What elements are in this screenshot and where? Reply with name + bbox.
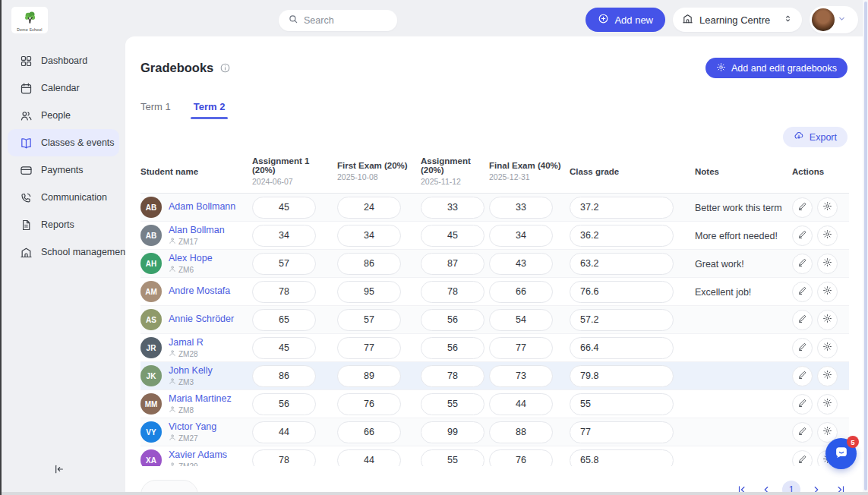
edit-row-button[interactable] [792,254,813,274]
grade-input[interactable] [252,393,316,415]
student-name-link[interactable]: Alex Hope [169,253,213,265]
edit-row-button[interactable] [792,394,813,415]
edit-row-button[interactable] [792,422,813,443]
footer-button-partial[interactable] [140,480,198,492]
class-grade-input[interactable] [570,281,674,303]
grade-input[interactable] [337,225,401,247]
row-settings-button[interactable] [817,225,838,246]
grade-input[interactable] [489,197,553,219]
row-settings-button[interactable] [817,366,838,386]
chat-widget-button[interactable]: 5 [825,438,857,469]
tab-term-1[interactable]: Term 1 [140,101,171,119]
grade-input[interactable] [337,393,401,415]
grade-input[interactable] [421,197,485,219]
collapse-sidebar-button[interactable] [49,463,68,478]
grade-input[interactable] [337,309,401,331]
org-selector[interactable]: Learning Centre [673,8,802,32]
class-grade-input[interactable] [570,197,674,219]
grade-input[interactable] [252,225,316,247]
student-name-link[interactable]: Alan Bollman [169,225,225,237]
grade-input[interactable] [252,365,316,387]
edit-row-button[interactable] [792,225,813,246]
grade-input[interactable] [252,253,316,275]
row-settings-button[interactable] [817,197,838,218]
sidebar-item-people[interactable]: People [8,102,119,129]
row-settings-button[interactable] [817,310,838,330]
user-menu[interactable] [810,6,858,33]
grade-input[interactable] [489,281,553,303]
previous-page-button[interactable] [758,481,775,492]
info-icon[interactable] [219,62,231,74]
next-page-button[interactable] [808,481,825,492]
sidebar-item-calendar[interactable]: Calendar [8,74,119,102]
sidebar-item-school-management[interactable]: School management [8,238,119,266]
global-search[interactable] [279,10,397,31]
grade-input[interactable] [337,281,401,303]
student-name-link[interactable]: Annie Schröder [169,314,234,326]
sidebar-item-reports[interactable]: Reports [8,211,119,238]
grade-input[interactable] [252,281,316,303]
scrollbar-thumb[interactable] [864,2,867,490]
add-edit-gradebooks-button[interactable]: Add and edit gradebooks [705,58,847,78]
grade-input[interactable] [252,309,316,331]
edit-row-button[interactable] [792,197,813,218]
grade-input[interactable] [337,421,401,443]
grade-input[interactable] [489,253,553,275]
search-input[interactable] [304,15,380,26]
grade-input[interactable] [252,421,316,443]
grade-input[interactable] [489,365,553,387]
edit-row-button[interactable] [792,310,813,330]
grade-input[interactable] [489,393,553,415]
class-grade-input[interactable] [570,421,674,443]
grade-input[interactable] [421,337,485,359]
last-page-button[interactable] [832,481,849,492]
grade-input[interactable] [489,421,553,443]
class-grade-input[interactable] [570,393,674,415]
edit-row-button[interactable] [792,282,813,302]
edit-row-button[interactable] [792,366,813,386]
tab-term-2[interactable]: Term 2 [194,101,226,119]
row-settings-button[interactable] [817,394,838,415]
sidebar-item-payments[interactable]: Payments [8,156,119,184]
student-name-link[interactable]: Xavier Adams [169,449,227,462]
sidebar-item-dashboard[interactable]: Dashboard [8,47,119,74]
grade-input[interactable] [421,393,485,415]
row-settings-button[interactable] [817,338,838,358]
grade-input[interactable] [489,225,553,247]
class-grade-input[interactable] [570,253,674,275]
grade-input[interactable] [489,337,553,359]
grade-input[interactable] [489,309,553,331]
page-scrollbar[interactable] [863,0,868,495]
export-button[interactable]: Export [783,127,847,147]
grade-input[interactable] [337,197,401,219]
grade-input[interactable] [421,309,485,331]
student-name-link[interactable]: Maria Martinez [169,393,232,405]
grade-input[interactable] [252,337,316,359]
grade-input[interactable] [421,421,485,443]
edit-row-button[interactable] [792,338,813,358]
grade-input[interactable] [421,281,485,303]
grade-input[interactable] [337,337,401,359]
grade-input[interactable] [337,365,401,387]
class-grade-input[interactable] [570,337,674,359]
row-settings-button[interactable] [817,254,838,274]
class-grade-input[interactable] [570,225,674,247]
sidebar-item-classes-events[interactable]: Classes & events [8,129,119,156]
student-name-link[interactable]: Victor Yang [169,421,216,434]
grade-input[interactable] [421,253,485,275]
row-settings-button[interactable] [817,282,838,302]
grade-input[interactable] [421,365,485,387]
sidebar-item-communication[interactable]: Communication [8,184,119,211]
first-page-button[interactable] [734,481,750,492]
grade-input[interactable] [337,253,401,275]
grade-input[interactable] [421,225,485,247]
class-grade-input[interactable] [570,365,674,387]
school-logo[interactable]: Demo School [11,7,48,33]
add-new-button[interactable]: Add new [586,8,665,32]
student-name-link[interactable]: Andre Mostafa [169,285,230,298]
grade-input[interactable] [252,197,316,219]
student-name-link[interactable]: John Kelly [169,365,213,377]
student-name-link[interactable]: Adam Bollmann [169,201,235,213]
class-grade-input[interactable] [570,309,674,331]
student-name-link[interactable]: Jamal R [169,337,204,349]
